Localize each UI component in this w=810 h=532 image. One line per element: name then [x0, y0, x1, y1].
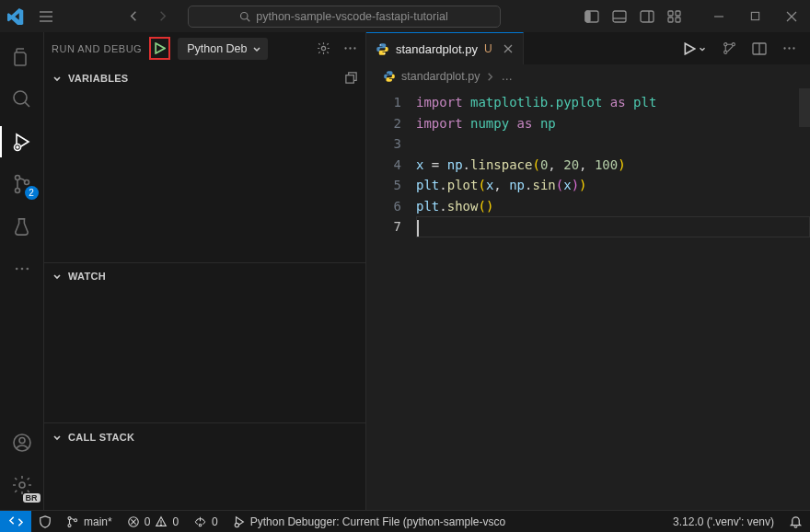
text-cursor [417, 220, 419, 237]
layout-customize-icon[interactable] [667, 10, 682, 23]
activity-source-control[interactable]: 2 [0, 165, 44, 203]
svg-line-4 [248, 18, 250, 21]
profile-badge: BR [23, 493, 40, 503]
code-editor[interactable]: 1 2 3 4 5 6 7 import matplotlib.pyplot a… [366, 88, 810, 510]
editor-tab[interactable]: standardplot.py U [366, 32, 524, 64]
svg-point-27 [15, 268, 17, 271]
close-icon[interactable] [503, 43, 514, 54]
minimap-scrollbar[interactable] [799, 88, 810, 127]
svg-point-29 [26, 268, 29, 271]
status-python-env[interactable]: 3.12.0 ('.venv': venv) [665, 515, 781, 528]
run-file-icon[interactable] [683, 42, 707, 55]
svg-marker-33 [156, 43, 165, 53]
callstack-body [44, 449, 365, 510]
collapse-all-icon[interactable] [344, 71, 358, 85]
window-close-icon[interactable] [786, 11, 797, 22]
activity-settings[interactable]: BR [0, 466, 44, 504]
activity-search[interactable] [0, 80, 44, 119]
watch-body [44, 289, 365, 423]
svg-rect-9 [641, 11, 654, 22]
breadcrumb-file: standardplot.py [401, 70, 480, 83]
editor-more-icon[interactable] [781, 40, 797, 56]
editor-debug-icon[interactable] [722, 40, 737, 56]
tab-modification-indicator: U [484, 42, 492, 55]
svg-rect-11 [668, 11, 673, 16]
status-ports[interactable]: 0 [186, 511, 226, 532]
variables-section-header[interactable]: VARIABLES [44, 64, 365, 90]
status-branch[interactable]: main* [59, 511, 120, 532]
svg-rect-38 [346, 75, 353, 83]
debug-config-select[interactable]: Python Deb [178, 38, 267, 60]
svg-point-35 [344, 47, 346, 49]
chevron-right-icon [485, 72, 495, 82]
sidebar-title: RUN AND DEBUG [52, 43, 142, 54]
svg-point-23 [17, 146, 18, 148]
callstack-label: CALL STACK [68, 432, 134, 443]
watch-section-header[interactable]: WATCH [44, 263, 365, 289]
breadcrumb-more: … [501, 70, 513, 83]
debug-settings-icon[interactable] [316, 40, 331, 56]
svg-point-49 [783, 47, 785, 49]
chevron-down-icon [52, 432, 63, 443]
chevron-down-icon [52, 73, 63, 84]
svg-rect-6 [585, 11, 590, 22]
activity-testing[interactable] [0, 207, 44, 246]
menu-icon[interactable] [33, 6, 59, 27]
chevron-down-icon [52, 271, 63, 282]
svg-point-32 [19, 482, 25, 488]
code-lines: import matplotlib.pyplot as plt import n… [416, 92, 810, 510]
svg-point-46 [724, 51, 727, 53]
tab-filename: standardplot.py [396, 42, 478, 56]
debug-more-icon[interactable] [342, 40, 358, 56]
split-editor-icon[interactable] [752, 42, 767, 55]
svg-rect-13 [668, 17, 673, 22]
breadcrumb[interactable]: standardplot.py … [366, 64, 810, 88]
activity-accounts[interactable] [0, 423, 44, 462]
svg-rect-7 [613, 11, 626, 22]
layout-primary-icon[interactable] [584, 10, 599, 23]
svg-point-39 [380, 44, 381, 45]
svg-rect-16 [751, 12, 758, 19]
window-maximize-icon[interactable] [750, 11, 760, 21]
watch-label: WATCH [68, 271, 106, 282]
svg-point-59 [161, 524, 162, 525]
status-notifications[interactable] [781, 515, 810, 528]
svg-point-62 [235, 523, 238, 526]
activity-more[interactable] [0, 249, 44, 288]
svg-point-50 [788, 47, 790, 49]
layout-secondary-icon[interactable] [640, 10, 654, 23]
command-center-text: python-sample-vscode-fastapi-tutorial [256, 10, 447, 23]
svg-point-28 [20, 268, 23, 271]
line-numbers: 1 2 3 4 5 6 7 [366, 92, 416, 510]
nav-back-icon[interactable] [127, 9, 141, 23]
layout-panel-icon[interactable] [612, 10, 627, 23]
svg-point-36 [349, 47, 351, 49]
start-debug-button[interactable] [149, 37, 170, 60]
svg-point-53 [68, 524, 71, 526]
scm-badge: 2 [25, 186, 39, 200]
window-minimize-icon[interactable] [713, 11, 724, 22]
command-center[interactable]: python-sample-vscode-fastapi-tutorial [188, 6, 501, 28]
svg-line-20 [25, 102, 29, 107]
svg-point-52 [68, 516, 71, 519]
svg-point-19 [14, 91, 27, 104]
svg-point-45 [732, 43, 735, 46]
status-trust[interactable] [31, 511, 59, 532]
vscode-logo-icon [7, 8, 24, 25]
status-problems[interactable]: 0 0 [120, 511, 186, 532]
svg-point-34 [321, 46, 325, 50]
python-file-icon [383, 70, 396, 83]
svg-point-25 [15, 189, 19, 193]
activity-debug[interactable] [0, 122, 44, 161]
remote-indicator[interactable] [0, 511, 31, 532]
python-file-icon [376, 42, 389, 56]
nav-forward-icon[interactable] [156, 9, 169, 23]
variables-body [44, 90, 365, 262]
debug-config-label: Python Deb [187, 42, 247, 55]
activity-explorer[interactable] [0, 38, 44, 76]
svg-point-31 [19, 438, 25, 444]
svg-marker-43 [685, 43, 695, 54]
callstack-section-header[interactable]: CALL STACK [44, 423, 365, 449]
svg-point-60 [199, 524, 202, 526]
status-debug-config[interactable]: Python Debugger: Current File (python-sa… [226, 511, 513, 532]
